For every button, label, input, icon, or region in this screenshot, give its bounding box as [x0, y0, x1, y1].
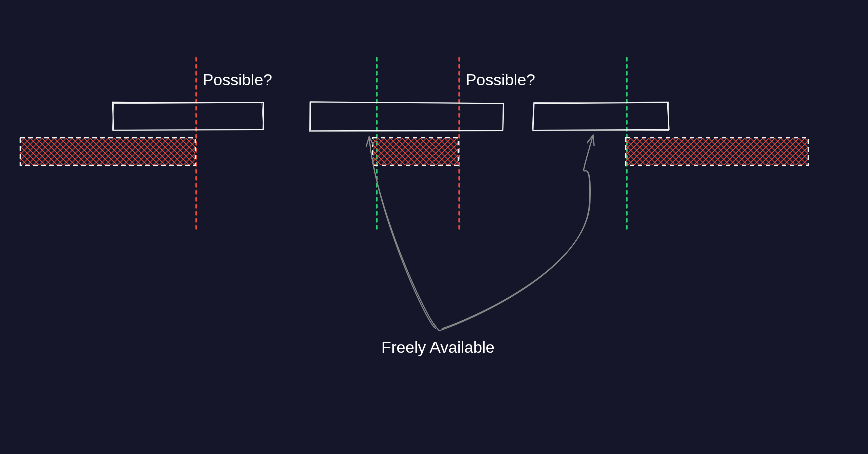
label-possible-right: Possible?	[466, 71, 535, 89]
hatched-box-fill	[373, 138, 458, 165]
label-freely-available: Freely Available	[381, 338, 494, 356]
white-box-overstroke	[532, 102, 669, 130]
white-box	[310, 102, 503, 131]
hatched-box-fill	[20, 138, 195, 165]
white-box	[533, 103, 669, 130]
white-box-overstroke	[112, 103, 263, 130]
white-box-overstroke	[310, 102, 504, 131]
arrow-to-box-b	[439, 136, 593, 331]
arrow-to-box-a	[369, 138, 439, 331]
arrow-to-box-b	[442, 136, 593, 329]
arrow-to-box-a	[369, 138, 436, 329]
arrows	[369, 136, 593, 331]
hatched-boxes	[20, 138, 808, 165]
label-possible-left: Possible?	[203, 71, 272, 89]
white-box	[112, 102, 263, 130]
hatched-box-fill	[626, 138, 808, 165]
